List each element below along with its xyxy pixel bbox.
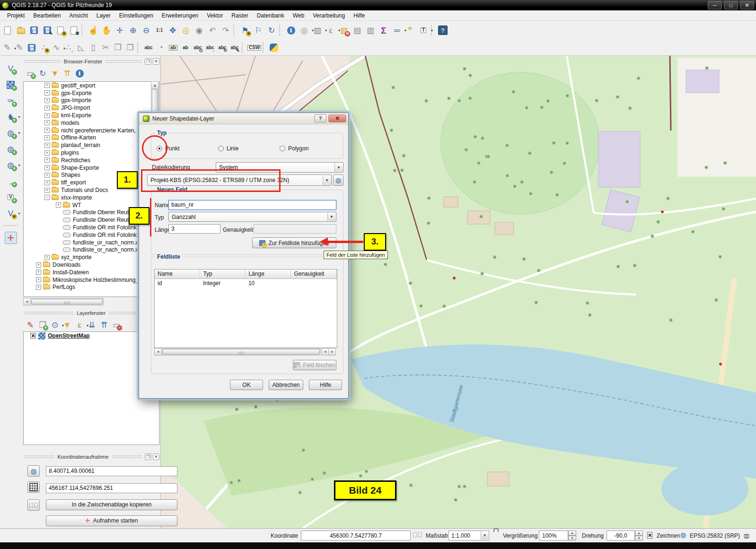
expand-icon[interactable]: +	[44, 98, 50, 103]
dialog-close-button[interactable]: ✕	[328, 114, 346, 122]
split-features-icon[interactable]: ◺	[75, 42, 87, 53]
messages-icon[interactable]: •••	[744, 532, 749, 539]
menu-ansicht[interactable]: Ansicht	[65, 11, 92, 20]
magnifier-spinner[interactable]: ▲▼	[568, 531, 576, 540]
collapse-icon[interactable]: −	[44, 195, 50, 200]
add-delimited-text-icon[interactable]: ,+	[5, 175, 17, 187]
radio-linie[interactable]: Linie	[218, 145, 238, 152]
menu-web[interactable]: Web	[289, 11, 308, 20]
expand-icon[interactable]: +	[44, 165, 50, 170]
delete-field-button[interactable]: Feld löschen	[293, 360, 336, 370]
add-wms-layer-icon[interactable]: ◍+▾	[5, 127, 17, 139]
save-layer-edits-icon[interactable]	[26, 42, 37, 53]
expand-icon[interactable]: +	[44, 173, 50, 178]
crs-status-label[interactable]: EPSG:25832 (SRP)	[690, 532, 740, 539]
magnifier-field[interactable]: 100%	[539, 531, 568, 540]
label-properties-icon[interactable]: abc✎	[229, 42, 240, 53]
label-layer-icon[interactable]: abc	[143, 42, 154, 53]
deselect-all-icon[interactable]: ▧✕	[338, 24, 350, 36]
radio-polygon[interactable]: Polygon	[280, 145, 308, 152]
zoom-native-icon[interactable]: 1:1	[153, 24, 166, 36]
show-bookmarks-icon[interactable]: ⚐	[252, 24, 264, 36]
dialog-title-bar[interactable]: Neuer Shapedatei-Layer ? ✕	[139, 113, 348, 124]
properties-widget-icon[interactable]: ℹ	[74, 68, 85, 79]
menu-bearbeiten[interactable]: Bearbeiten	[29, 11, 65, 20]
menu-projekt[interactable]: Projekt	[3, 11, 29, 20]
ok-button[interactable]: OK	[230, 380, 263, 390]
style-manager-icon[interactable]: ✎	[25, 319, 36, 331]
expand-icon[interactable]: +	[44, 90, 50, 96]
field-list-table[interactable]: NameTypLängeGenauigkeitidInteger10	[154, 269, 337, 348]
start-capture-button[interactable]: ✛Aufnahme starten	[46, 515, 177, 526]
expand-icon[interactable]: +	[44, 128, 50, 133]
label-pin-icon[interactable]: ab	[180, 42, 191, 53]
cut-features-icon[interactable]: ✂	[100, 42, 111, 53]
delete-selected-icon[interactable]: ▯	[88, 42, 99, 53]
label-visibility-icon[interactable]: abc⊙	[192, 42, 203, 53]
browser-hscrollbar[interactable]: ◂	[23, 298, 104, 305]
add-group-icon[interactable]: ❐+	[37, 319, 48, 331]
new-project-icon[interactable]	[1, 24, 14, 36]
new-print-composer-icon[interactable]: ✱	[54, 24, 67, 36]
identify-features-icon[interactable]: ℹ	[285, 24, 297, 36]
add-feature-icon[interactable]: ∴✱	[38, 42, 50, 53]
menu-datenbank[interactable]: Datenbank	[253, 11, 289, 20]
zoom-full-icon[interactable]: ✥	[167, 24, 179, 36]
add-vector-layer-icon[interactable]: V+	[5, 62, 17, 75]
refresh-map-icon[interactable]: ↻	[265, 24, 278, 36]
expand-icon[interactable]: +	[44, 143, 50, 148]
expand-icon[interactable]: +	[44, 120, 50, 125]
move-feature-icon[interactable]: ∴→	[63, 42, 74, 53]
length-field[interactable]: 3	[168, 224, 220, 234]
field-list-hscrollbar[interactable]: ◂	[154, 348, 321, 356]
render-checkbox[interactable]: ✕	[647, 532, 655, 539]
add-spatialite-layer-icon[interactable]: ✑+	[5, 95, 17, 107]
add-raster-layer-icon[interactable]: +	[5, 78, 17, 91]
diagram-icon[interactable]: ◔	[155, 42, 167, 53]
coord-project-field[interactable]: 456167.114,5427696.251	[46, 483, 177, 493]
expand-icon[interactable]: +	[44, 188, 50, 193]
paste-features-icon[interactable]: ❒	[124, 42, 136, 53]
label-rotate-icon[interactable]: abc↻	[217, 42, 228, 53]
manage-visibility-icon[interactable]: ⊙▾	[49, 319, 61, 331]
menu-hilfe[interactable]: Hilfe	[349, 11, 369, 20]
touch-zoom-pan-icon[interactable]: ☝	[87, 24, 99, 36]
close-button[interactable]: ✕	[740, 1, 754, 9]
field-row[interactable]: idInteger10	[155, 279, 337, 288]
copy-features-icon[interactable]: ❐	[112, 42, 123, 53]
coord-close-button[interactable]: ✕	[153, 453, 159, 460]
tree-item-gpx-importe[interactable]: +gpx-Importe	[24, 97, 159, 105]
maximize-button[interactable]: □	[724, 1, 738, 9]
composer-manager-icon[interactable]: ✱	[68, 24, 80, 36]
browser-float-button[interactable]: ❐	[145, 58, 151, 65]
coord-geo-field[interactable]: 8.40071,49.00061	[46, 466, 177, 476]
add-selected-layers-icon[interactable]: ▭+	[25, 68, 36, 79]
collapse-all-icon[interactable]: ⇈	[62, 68, 73, 79]
new-shapefile-layer-icon[interactable]: V✱▾	[5, 207, 17, 219]
toggle-editing-icon[interactable]: ✎	[14, 42, 25, 53]
column-header-genauigkeit[interactable]: Genauigkeit	[291, 270, 337, 279]
filter-expression-icon[interactable]: ε▾	[74, 319, 85, 331]
tree-item-jpg-import[interactable]: +JPG-Import	[24, 104, 159, 112]
pan-map-icon[interactable]: ✋	[100, 24, 113, 36]
type-combo[interactable]: Ganzzahl▼	[168, 212, 336, 222]
open-project-icon[interactable]	[15, 24, 27, 36]
rotation-field[interactable]: -90,0	[607, 531, 635, 540]
current-edits-icon[interactable]: ✎▾	[1, 42, 13, 53]
expand-icon[interactable]: +	[44, 180, 50, 185]
save-project-as-icon[interactable]: ✎	[41, 24, 53, 36]
expand-icon[interactable]: +	[44, 105, 50, 111]
add-postgis-layer-icon[interactable]: ♞+▾	[5, 111, 17, 123]
save-project-icon[interactable]	[28, 24, 40, 36]
coord-project-crs-button[interactable]	[27, 481, 40, 493]
show-statistics-icon[interactable]: Σ	[378, 24, 390, 36]
crs-select-button[interactable]: ◍	[333, 174, 343, 186]
statistical-summary-icon[interactable]: ▥	[364, 24, 377, 36]
scale-combo[interactable]: 1:1.000▼	[448, 531, 489, 540]
precision-field[interactable]	[254, 224, 336, 234]
crs-status-icon[interactable]: ◍	[680, 532, 686, 539]
expand-icon[interactable]: +	[56, 202, 61, 208]
expand-icon[interactable]: +	[36, 270, 41, 275]
filter-legend-icon[interactable]: ▼	[62, 319, 73, 331]
coord-float-button[interactable]: ❐	[145, 453, 151, 460]
